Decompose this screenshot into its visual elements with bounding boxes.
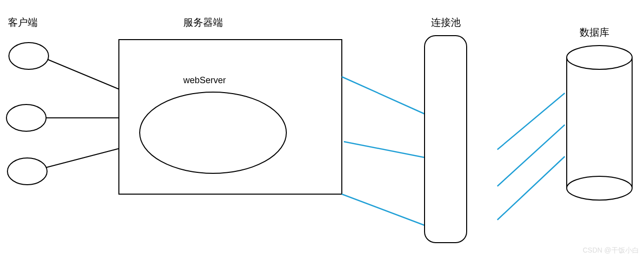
connection-pool — [425, 36, 467, 243]
client-node-2 — [6, 104, 46, 131]
pool-label: 连接池 — [431, 17, 461, 28]
client-server-line-3 — [47, 149, 119, 167]
webserver-ellipse — [140, 92, 286, 173]
pool-db-line-1 — [497, 93, 565, 150]
svg-point-0 — [567, 46, 632, 69]
webserver-label: webServer — [183, 75, 226, 85]
server-box — [119, 40, 342, 194]
database-label: 数据库 — [580, 27, 609, 38]
database-cylinder — [567, 46, 632, 200]
server-pool-line-3 — [342, 194, 425, 225]
client-node-1 — [9, 43, 49, 69]
watermark: CSDN @干饭小白 — [583, 246, 639, 254]
server-pool-line-2 — [344, 142, 425, 157]
client-label: 客户端 — [8, 17, 38, 28]
server-pool-line-1 — [342, 77, 425, 114]
client-server-line-1 — [48, 59, 119, 89]
server-label: 服务器端 — [183, 17, 223, 28]
architecture-diagram: 客户端 服务器端 webServer 连接池 数据库 CSDN @干饭小白 — [0, 0, 644, 258]
pool-db-line-3 — [497, 156, 565, 220]
client-node-3 — [7, 158, 47, 185]
pool-db-line-2 — [497, 125, 565, 186]
